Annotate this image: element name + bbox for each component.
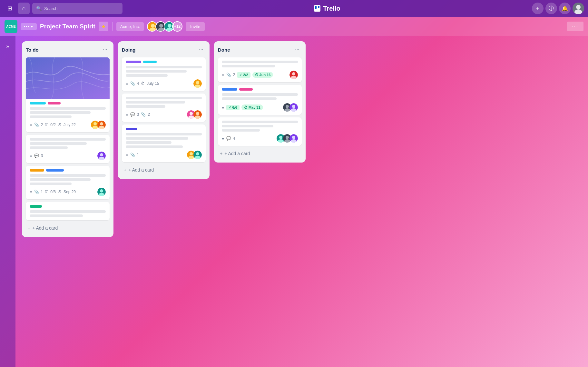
sidebar-toggle[interactable]: » — [2, 41, 14, 52]
member-count-badge[interactable]: +12 — [172, 21, 182, 32]
card-7[interactable]: ≡ 📎 1 — [122, 124, 206, 162]
board-view-icon — [24, 26, 29, 27]
card-3[interactable]: ≡ 📎 1 ☑ 0/8 ⏱ Sep 29 — [26, 166, 110, 199]
card-3-checklist-icon: ☑ — [45, 190, 48, 194]
card-6-avatar-2[interactable] — [193, 110, 202, 119]
card-1-avatar-2[interactable] — [97, 121, 106, 129]
svg-point-1 — [576, 5, 581, 9]
home-button[interactable]: ⌂ — [18, 3, 30, 14]
card-2[interactable]: ≡ 💬 3 — [26, 135, 110, 163]
column-done-menu[interactable]: ··· — [293, 45, 302, 54]
card-9-lines — [222, 93, 298, 100]
column-doing-menu[interactable]: ··· — [197, 45, 206, 54]
card-8-checklist-badge: ✓2/2 — [237, 72, 250, 78]
card-3-lines — [30, 174, 106, 185]
workspace-button[interactable]: Acme, Inc. — [116, 22, 144, 31]
card-1[interactable]: ≡ 📎 2 ☑ 0/2 ⏱ July 22 — [26, 57, 110, 132]
card-10-comment-icon: 💬 — [226, 136, 231, 141]
svg-point-10 — [168, 24, 172, 28]
card-2-footer: ≡ 💬 3 — [30, 152, 106, 160]
invite-button[interactable]: Invite — [186, 22, 205, 31]
search-bar[interactable]: 🔍 Search — [32, 3, 122, 14]
card-9[interactable]: ≡ ✓6/6 ⏱May 31 — [218, 85, 302, 115]
card-1-desc-icon: ≡ — [30, 123, 32, 127]
svg-point-32 — [196, 112, 199, 115]
tag-pink-9 — [239, 88, 253, 91]
user-avatar[interactable] — [573, 3, 584, 14]
card-9-tags — [222, 88, 298, 91]
card-2-comments: 3 — [41, 154, 43, 158]
card-9-avatar-2[interactable] — [289, 103, 298, 112]
card-10[interactable]: ≡ 💬 4 — [218, 117, 302, 146]
app-title: Trello — [323, 5, 340, 12]
card-9-checklist-badge: ✓6/6 — [226, 105, 240, 110]
card-8[interactable]: ≡ 📎 2 ✓2/2 ⏱Jun 16 — [218, 57, 302, 82]
top-nav: ⊞ ⌂ 🔍 Search Trello + ⓘ 🔔 — [0, 0, 588, 17]
tag-teal-5 — [143, 61, 157, 63]
sidebar: » — [0, 36, 15, 367]
card-6-attachments: 2 — [148, 112, 150, 117]
trello-logo-icon — [314, 5, 320, 12]
card-1-lines — [30, 107, 106, 118]
board-more-button[interactable]: ··· — [567, 22, 583, 31]
nav-right: + ⓘ 🔔 — [532, 3, 584, 14]
card-2-avatar-1[interactable] — [97, 152, 106, 160]
board-header-separator — [112, 22, 113, 31]
card-8-avatar-1[interactable] — [289, 71, 298, 79]
card-7-tags — [126, 128, 202, 130]
card-3-footer: ≡ 📎 1 ☑ 0/8 ⏱ Sep 29 — [30, 188, 106, 196]
column-todo-menu[interactable]: ··· — [101, 45, 110, 54]
search-placeholder: Search — [44, 6, 57, 11]
card-1-footer: ≡ 📎 2 ☑ 0/2 ⏱ July 22 — [30, 121, 106, 129]
notifications-button[interactable]: 🔔 — [559, 3, 571, 14]
card-2-lines — [30, 138, 106, 149]
card-7-attachments: 1 — [137, 153, 139, 157]
svg-point-56 — [292, 136, 295, 139]
card-6[interactable]: ≡ 💬 3 📎 2 — [122, 94, 206, 122]
column-todo-title: To do — [26, 47, 39, 53]
card-6-attach-icon: 📎 — [141, 112, 146, 117]
card-5-footer: ≡ 📎 4 ⏱ July 15 — [126, 79, 202, 88]
column-todo-header: To do ··· — [26, 45, 110, 54]
card-3-attach-icon: 📎 — [34, 190, 39, 194]
column-doing: Doing ··· ≡ 📎 4 ⏱ J — [118, 41, 210, 179]
card-10-avatars — [277, 134, 298, 143]
star-button[interactable]: ★ — [99, 22, 108, 31]
column-done-header: Done ··· — [218, 45, 302, 54]
tag-green — [30, 205, 42, 208]
svg-point-44 — [286, 105, 289, 108]
card-8-attach-icon: 📎 — [226, 73, 231, 77]
card-5-attachments: 4 — [137, 81, 139, 86]
card-10-avatar-3[interactable] — [289, 134, 298, 143]
card-1-attachments: 2 — [41, 123, 43, 127]
card-5[interactable]: ≡ 📎 4 ⏱ July 15 — [122, 57, 206, 91]
tag-blue-9 — [222, 88, 237, 91]
card-5-avatar-1[interactable] — [193, 79, 202, 88]
apps-button[interactable]: ⊞ — [4, 3, 15, 14]
card-7-avatar-2[interactable] — [193, 151, 202, 159]
add-card-done[interactable]: + + Add a card — [218, 148, 302, 159]
add-card-doing[interactable]: + + Add a card — [122, 165, 206, 175]
column-done-title: Done — [218, 47, 230, 53]
card-3-clock-icon: ⏱ — [58, 190, 62, 194]
card-4[interactable] — [26, 202, 110, 220]
apps-icon: ⊞ — [7, 5, 12, 12]
card-3-avatar-1[interactable] — [97, 188, 106, 196]
svg-point-17 — [100, 122, 103, 125]
card-2-desc-icon: ≡ — [30, 154, 32, 158]
column-todo: To do ··· — [22, 41, 113, 237]
card-6-desc-icon: ≡ — [126, 112, 128, 117]
create-button[interactable]: + — [532, 3, 544, 14]
card-6-comment-icon: 💬 — [130, 112, 135, 117]
member-avatars: +12 — [147, 21, 182, 32]
add-card-todo[interactable]: + + Add a card — [26, 223, 110, 233]
svg-point-4 — [151, 24, 155, 28]
card-9-footer: ≡ ✓6/6 ⏱May 31 — [222, 103, 298, 112]
column-doing-header: Doing ··· — [122, 45, 206, 54]
board-view-dropdown[interactable]: ▼ — [21, 23, 37, 30]
svg-point-23 — [100, 189, 103, 193]
tag-pink — [48, 102, 61, 104]
info-button[interactable]: ⓘ — [545, 3, 557, 14]
tag-purple-5 — [126, 61, 141, 63]
card-10-footer: ≡ 💬 4 — [222, 134, 298, 143]
